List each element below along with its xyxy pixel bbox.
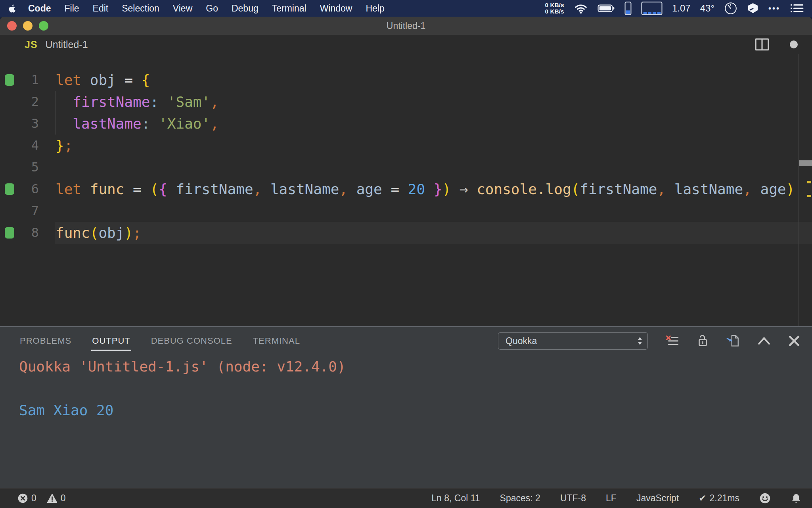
status-item-javascript[interactable]: JavaScript — [636, 493, 679, 504]
status-right: Ln 8, Col 11Spaces: 2UTF-8LFJavaScript ✔… — [431, 493, 802, 504]
tab-actions — [755, 38, 798, 51]
error-count: 0 — [31, 493, 36, 504]
panel-tabs: PROBLEMSOUTPUTDEBUG CONSOLETERMINAL — [19, 329, 301, 353]
code-text[interactable]: let obj = { — [56, 69, 150, 91]
net-up: 0 KB/s — [545, 2, 564, 8]
more-dots-icon[interactable]: ••• — [768, 4, 780, 13]
code-text[interactable]: lastName: 'Xiao', — [56, 113, 219, 135]
current-line-highlight — [55, 222, 812, 244]
split-editor-icon[interactable] — [755, 38, 769, 51]
check-icon: ✔ — [699, 493, 706, 504]
menu-item-window[interactable]: Window — [320, 3, 352, 14]
bottom-panel: PROBLEMSOUTPUTDEBUG CONSOLETERMINAL Quok… — [0, 326, 812, 488]
status-item-spaces-2[interactable]: Spaces: 2 — [500, 493, 540, 504]
traffic-light-minimize[interactable] — [23, 21, 33, 31]
smiley-icon[interactable] — [759, 493, 771, 504]
overview-marker — [807, 195, 811, 197]
net-down: 0 KB/s — [545, 8, 564, 15]
editor-ruler-line — [799, 54, 799, 326]
scrollbar-thumb[interactable] — [799, 160, 812, 166]
list-menu-icon[interactable] — [790, 3, 804, 14]
menu-item-selection[interactable]: Selection — [122, 3, 159, 14]
window-title: Untitled-1 — [0, 21, 812, 31]
traffic-light-zoom[interactable] — [39, 21, 48, 31]
code-text[interactable]: }; — [56, 135, 73, 156]
line-number: 5 — [0, 156, 39, 178]
window-title-bar[interactable]: Untitled-1 — [0, 17, 812, 35]
code-line[interactable]: 7 — [0, 200, 812, 222]
code-text[interactable]: let func = ({ firstName, lastName, age =… — [56, 178, 795, 200]
unlock-icon[interactable] — [696, 334, 709, 348]
js-file-icon: JS — [25, 39, 38, 50]
panel-tab-terminal[interactable]: TERMINAL — [252, 329, 301, 353]
problems-summary[interactable]: 0 0 — [17, 493, 66, 504]
open-output-file-icon[interactable] — [726, 334, 740, 348]
editor-tab-bar: JS Untitled-1 — [0, 35, 812, 54]
output-line — [19, 377, 812, 399]
panel-tab-problems[interactable]: PROBLEMS — [19, 329, 72, 353]
code-line[interactable]: 1let obj = { — [0, 69, 812, 91]
code-line[interactable]: 4}; — [0, 135, 812, 156]
code-text[interactable]: func(obj); — [56, 222, 142, 244]
errors-icon — [17, 493, 28, 504]
cpu-gauge-icon[interactable] — [624, 2, 632, 15]
chevron-up-icon[interactable] — [757, 336, 771, 346]
warning-count: 0 — [61, 493, 66, 504]
traffic-light-close[interactable] — [7, 21, 17, 31]
line-number: 8 — [0, 222, 39, 244]
line-number: 3 — [0, 113, 39, 135]
tab-filename[interactable]: Untitled-1 — [46, 39, 88, 50]
menu-item-view[interactable]: View — [173, 3, 192, 14]
macos-menu-bar: CodeFileEditSelectionViewGoDebugTerminal… — [0, 0, 812, 17]
line-number: 2 — [0, 91, 39, 113]
status-item-lf[interactable]: LF — [606, 493, 617, 504]
code-editor[interactable]: 1let obj = {2 firstName: 'Sam',3 lastNam… — [0, 54, 812, 326]
menu-item-file[interactable]: File — [65, 3, 79, 14]
line-number: 7 — [0, 200, 39, 222]
code-text[interactable]: firstName: 'Sam', — [56, 91, 219, 113]
modified-dot-icon[interactable] — [790, 40, 798, 48]
menu-item-edit[interactable]: Edit — [93, 3, 109, 14]
clear-output-icon[interactable] — [665, 335, 679, 347]
menu-items: CodeFileEditSelectionViewGoDebugTerminal… — [28, 3, 385, 14]
network-speed[interactable]: 0 KB/s 0 KB/s — [545, 2, 564, 15]
line-number: 1 — [0, 69, 39, 91]
status-bar: 0 0 Ln 8, Col 11Spaces: 2UTF-8LFJavaScri… — [0, 488, 812, 508]
line-number: 6 — [0, 178, 39, 200]
panel-tab-output[interactable]: OUTPUT — [91, 329, 131, 353]
menubar-stat-temperature[interactable]: 43° — [700, 3, 714, 14]
warnings-icon — [47, 493, 57, 504]
memory-gauge-icon[interactable] — [641, 2, 663, 15]
close-panel-icon[interactable] — [788, 335, 800, 347]
status-items: Ln 8, Col 11Spaces: 2UTF-8LFJavaScript — [431, 493, 679, 504]
clock-menubar-icon[interactable] — [724, 2, 737, 15]
menu-item-code[interactable]: Code — [28, 3, 51, 14]
code-line[interactable]: 2 firstName: 'Sam', — [0, 91, 812, 113]
menubar-status-cluster: 0 KB/s 0 KB/s — [545, 2, 804, 15]
traffic-lights — [7, 21, 48, 31]
code-line[interactable]: 3 lastName: 'Xiao', — [0, 113, 812, 135]
output-channel-value: Quokka — [506, 336, 537, 346]
code-line[interactable]: 8func(obj); — [0, 222, 812, 244]
box-app-icon[interactable] — [747, 2, 759, 14]
code-line[interactable]: 6let func = ({ firstName, lastName, age … — [0, 178, 812, 200]
output-line: Quokka 'Untitled-1.js' (node: v12.4.0) — [19, 356, 812, 377]
wifi-icon[interactable] — [574, 3, 588, 14]
panel-tab-debug-console[interactable]: DEBUG CONSOLE — [150, 329, 233, 353]
vscode-window: Untitled-1 JS Untitled-1 1let obj = {2 f… — [0, 17, 812, 508]
menu-item-terminal[interactable]: Terminal — [272, 3, 306, 14]
menu-item-help[interactable]: Help — [366, 3, 384, 14]
output-channel-select[interactable]: Quokka — [498, 332, 648, 350]
menu-item-go[interactable]: Go — [206, 3, 218, 14]
apple-logo-icon[interactable] — [8, 4, 16, 13]
overview-marker — [807, 181, 811, 183]
output-console[interactable]: Quokka 'Untitled-1.js' (node: v12.4.0) S… — [0, 355, 812, 421]
code-line[interactable]: 5 — [0, 156, 812, 178]
bell-icon[interactable] — [791, 493, 802, 504]
menubar-stat-1[interactable]: 1.07 — [672, 3, 691, 14]
status-item-ln-8-col-11[interactable]: Ln 8, Col 11 — [431, 493, 480, 504]
menu-item-debug[interactable]: Debug — [232, 3, 259, 14]
battery-icon[interactable] — [598, 4, 615, 13]
status-item-utf-8[interactable]: UTF-8 — [560, 493, 586, 504]
quokka-perf[interactable]: ✔ 2.21ms — [699, 493, 739, 504]
